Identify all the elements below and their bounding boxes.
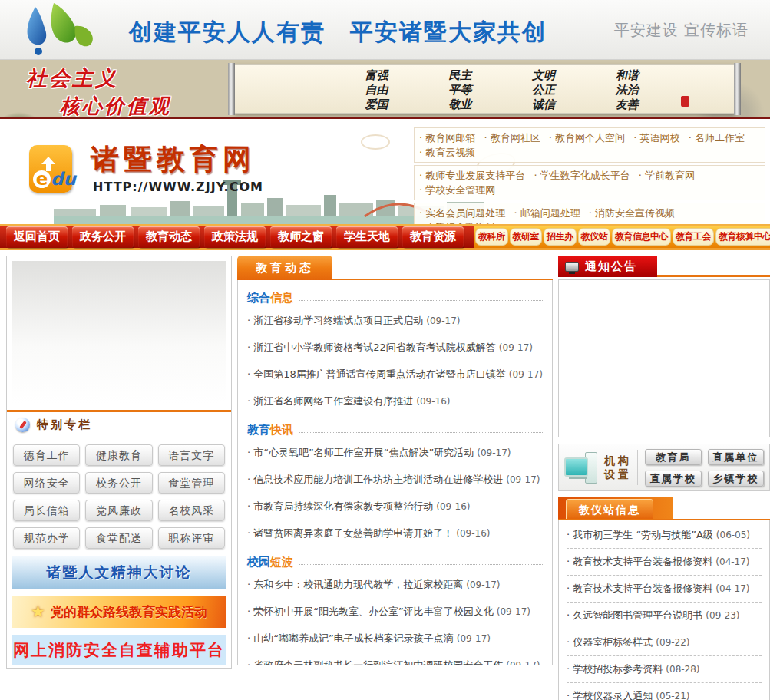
station-item[interactable]: 教育技术支持平台装备报修资料(04-17): [567, 549, 762, 576]
nav-edu-dynamics[interactable]: 教育动态: [138, 226, 200, 248]
org-btn-direct-units[interactable]: 直属单位: [708, 449, 765, 465]
page: 创建平安人人有责 平安诸暨大家共创 平安建设 宣传标语 社会主义 核心价值观 富…: [0, 0, 770, 700]
scroll-roller: [228, 63, 235, 115]
header-link[interactable]: 教育云视频: [419, 145, 475, 160]
special-link[interactable]: 局长信箱: [13, 500, 80, 521]
cloud-decoration-icon: [361, 134, 390, 150]
divider: [600, 15, 600, 45]
slideshow-placeholder: [12, 261, 226, 404]
header-link[interactable]: 邮箱问题处理: [514, 206, 580, 220]
top-banner-right: 平安建设 宣传标语: [600, 15, 749, 45]
news-item[interactable]: 全国第18届推广普通话宣传周重点活动在诸暨市店口镇举(09-17): [247, 362, 543, 388]
subnav-admissions-office[interactable]: 招生办: [544, 228, 577, 246]
header-link[interactable]: 教育网个人空间: [549, 130, 625, 145]
header-quick-links: 教育网邮箱 教育网社区 教育网个人空间 英语网校 名师工作室 教育云视频 教师专…: [414, 127, 765, 224]
nav-teacher-window[interactable]: 教师之窗: [270, 226, 332, 248]
right-column: 通知公告 机构 设置 教育局 直属单位 直属学校 乡镇学校 教仪: [558, 256, 770, 700]
station-item[interactable]: 我市初三学生 “劳动与技能”A级(06-05): [567, 522, 762, 549]
tab-station-info[interactable]: 教仪站信息: [566, 499, 653, 519]
edu-dynamics-tabbar: 教育动态: [237, 256, 553, 280]
header-link[interactable]: 学生数字化成长平台: [534, 168, 630, 183]
banner-fire-safety-platform[interactable]: 网上消防安全自查辅助平台: [12, 635, 226, 665]
nav-edu-resources[interactable]: 教育资源: [402, 226, 464, 248]
news-item[interactable]: 浙江省移动学习终端试点项目正式启动(09-17): [247, 308, 543, 335]
station-item[interactable]: 学校招投标参考资料(08-28): [567, 656, 762, 683]
nav-gov-disclosure[interactable]: 政务公开: [72, 226, 134, 248]
dotted-divider: [299, 564, 543, 565]
special-link[interactable]: 食堂配送: [85, 527, 152, 549]
safety-tagline: 平安建设 宣传标语: [614, 20, 749, 41]
news-item[interactable]: 浙江省名师网络工作室建设有序推进(09-16): [247, 388, 543, 415]
station-info-tabbar: 教仪站信息: [558, 497, 770, 520]
org-buttons: 教育局 直属单位 直属学校 乡镇学校: [645, 449, 764, 487]
nav-home[interactable]: 返回首页: [6, 226, 68, 248]
header-link-row: 教师专业发展支持平台 学生数字化成长平台 学前教育网 学校安全管理网: [414, 165, 765, 200]
station-item[interactable]: 教育技术支持平台装备报修资料(04-17): [567, 576, 762, 603]
special-link[interactable]: 语言文字: [158, 444, 225, 466]
top-banner: 创建平安人人有责 平安诸暨大家共创 平安建设 宣传标语: [0, 0, 770, 60]
station-item[interactable]: 久远智能图书管理平台说明书(09-23): [567, 603, 762, 629]
subnav-edu-science-institute[interactable]: 教科所: [475, 228, 508, 246]
edu-badge-icon[interactable]: edu: [29, 145, 72, 193]
news-item[interactable]: 浙江省中小学教师资格考试22问省教育考试院权威解答(09-17): [247, 335, 543, 362]
special-link[interactable]: 名校风采: [158, 500, 225, 521]
header-link[interactable]: 实名会员问题处理: [419, 206, 505, 220]
news-item[interactable]: 信息技术应用能力培训工作坊坊主培训活动在进修学校进(09-17): [247, 467, 543, 494]
station-item[interactable]: 仪器室柜标签样式(09-22): [567, 629, 762, 656]
special-link[interactable]: 校务公开: [85, 472, 152, 494]
subnav-edu-info-center[interactable]: 教育信息中心: [612, 228, 671, 246]
special-link[interactable]: 规范办学: [13, 527, 80, 549]
subnav-edu-labor-union[interactable]: 教育工会: [673, 228, 714, 246]
special-link[interactable]: 德育工作: [13, 444, 80, 466]
banner-party-mass-line[interactable]: ★ 党的群众路线教育实践活动: [12, 596, 226, 628]
nav-policy-law[interactable]: 政策法规: [204, 226, 266, 248]
subnav-teaching-research-office[interactable]: 教研室: [510, 228, 543, 246]
station-item[interactable]: 学校仪器录入通知(05-21): [567, 683, 762, 700]
divider: [637, 450, 638, 485]
special-link[interactable]: 食堂管理: [158, 472, 225, 494]
org-btn-education-bureau[interactable]: 教育局: [645, 449, 702, 465]
special-link[interactable]: 职称评审: [158, 527, 225, 549]
subnav-edu-accounting-center[interactable]: 教育核算中心: [715, 228, 770, 246]
core-values-words: 富强 民主 文明 和谐 自由 平等 公正 法治 爱国 敬业 诚信 友善: [335, 68, 669, 111]
nav-student-world[interactable]: 学生天地: [336, 226, 398, 248]
news-item[interactable]: 荣怀初中开展“阳光教室、办公室”评比丰富了校园文化(09-17): [247, 599, 543, 626]
news-item[interactable]: 市教育局持续深化有偿家教专项整治行动(09-16): [247, 494, 543, 520]
notice-list-placeholder: [558, 279, 770, 438]
news-item[interactable]: 诸暨贫困离异家庭子女慈善助学申请开始了！(09-16): [247, 520, 543, 547]
header-link[interactable]: 学前教育网: [639, 168, 695, 183]
header-link[interactable]: 名师工作室: [689, 130, 745, 145]
org-btn-township-schools[interactable]: 乡镇学校: [708, 471, 765, 487]
header-link[interactable]: 教育网社区: [484, 130, 540, 145]
notice-title: 通知公告: [558, 256, 657, 277]
news-item[interactable]: 东和乡中：校讯通助力现代教学，拉近家校距离(09-17): [247, 572, 543, 599]
banner-humanities-discussion[interactable]: 诸暨人文精神大讨论: [12, 556, 226, 589]
tab-edu-dynamics[interactable]: 教育动态: [237, 256, 332, 280]
station-info-box: 我市初三学生 “劳动与技能”A级(06-05) 教育技术支持平台装备报修资料(0…: [558, 520, 770, 700]
news-item[interactable]: 省政府李云林副秘书长一行到浣江初中调研校园安全工作(09-17): [247, 652, 543, 665]
dotted-divider: [299, 300, 543, 301]
header-link[interactable]: 大禹纪念歌资料: [419, 220, 495, 224]
section-title-campus-shortwave: 校园短波: [247, 555, 543, 570]
special-column-title: 特别专栏: [37, 418, 92, 432]
edu-logo-text: edu: [33, 169, 76, 189]
special-link[interactable]: 健康教育: [85, 444, 152, 466]
org-btn-direct-schools[interactable]: 直属学校: [645, 471, 702, 487]
notice-header: 通知公告: [558, 256, 770, 277]
monitor-icon: [565, 262, 579, 272]
header-link[interactable]: 英语网校: [633, 130, 679, 145]
site-title[interactable]: 诸暨教育网: [91, 140, 256, 179]
subnav-equipment-station[interactable]: 教仪站: [578, 228, 611, 246]
header-link[interactable]: 消防安全宣传视频: [589, 206, 675, 220]
header-link[interactable]: 教育网邮箱: [419, 130, 475, 145]
edu-dynamics-box: 综合信息 浙江省移动学习终端试点项目正式启动(09-17) 浙江省中小学教师资格…: [237, 280, 553, 665]
news-item[interactable]: 市“心灵氧吧”名师工作室开展“焦点解决”研究活动(09-17): [247, 440, 543, 467]
special-link[interactable]: 网络安全: [13, 472, 80, 494]
news-item[interactable]: 山幼“嘟嘟养成记”电子成长档案记录孩子点滴(09-17): [247, 626, 543, 652]
header-link[interactable]: 教师专业发展支持平台: [419, 168, 525, 183]
core-values-banner: 社会主义 核心价值观 富强 民主 文明 和谐 自由 平等 公正 法治 爱国 敬业…: [0, 60, 770, 119]
safety-slogan: 创建平安人人有责 平安诸暨大家共创: [129, 17, 547, 48]
header-link[interactable]: 学校安全管理网: [419, 183, 495, 197]
special-link[interactable]: 党风廉政: [85, 500, 152, 521]
header-link-row: 实名会员问题处理 邮箱问题处理 消防安全宣传视频 大禹纪念歌资料: [414, 203, 765, 224]
